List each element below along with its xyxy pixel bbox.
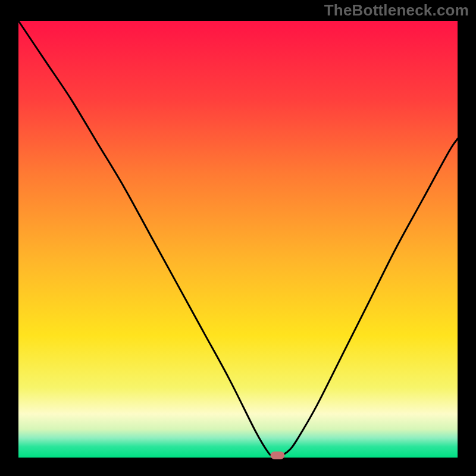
- chart-frame: TheBottleneck.com: [0, 0, 476, 476]
- optimal-marker: [271, 452, 285, 459]
- plot-background: [18, 21, 458, 458]
- bottleneck-chart: [0, 0, 476, 476]
